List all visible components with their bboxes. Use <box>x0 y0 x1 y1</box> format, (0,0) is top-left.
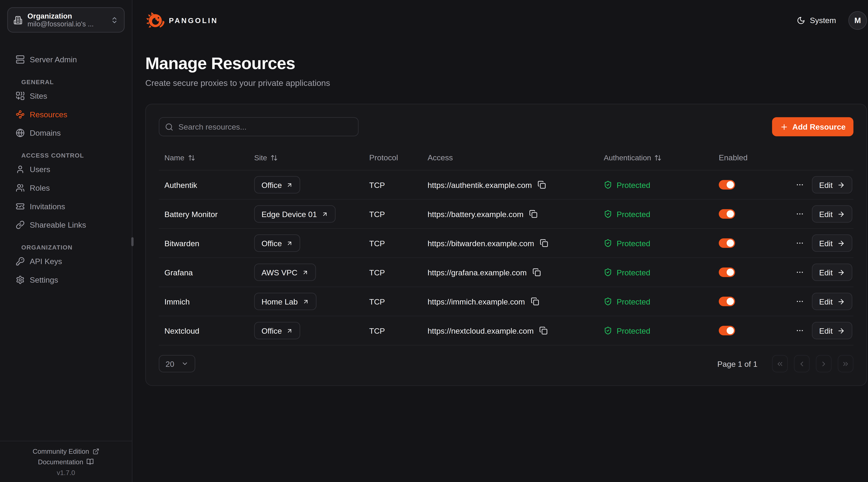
arrow-right-icon <box>837 327 845 334</box>
main-area: PANGOLIN System M Manage Resources Creat… <box>132 0 868 482</box>
protocol-value: TCP <box>364 210 422 219</box>
edit-button[interactable]: Edit <box>812 263 852 281</box>
column-site: Site <box>254 153 267 162</box>
table-row: Bitwarden Office TCP https://bitwarden.e… <box>159 229 854 258</box>
avatar-initial: M <box>854 15 861 25</box>
documentation-link[interactable]: Documentation <box>38 458 94 466</box>
page-size-value: 20 <box>165 359 174 368</box>
site-name: Home Lab <box>261 297 298 306</box>
ticket-check-icon <box>16 202 25 211</box>
resource-name: Authentik <box>159 180 249 189</box>
copy-icon <box>530 297 539 306</box>
resources-card: Add Resource Name Site Protocol Access A… <box>145 104 867 386</box>
site-link-button[interactable]: Office <box>254 234 300 252</box>
enabled-toggle[interactable] <box>719 180 735 190</box>
next-page-button[interactable] <box>816 355 832 372</box>
resource-name: Immich <box>159 297 249 306</box>
sidebar-item-settings[interactable]: Settings <box>7 270 125 289</box>
moon-icon <box>797 16 805 24</box>
row-menu-button[interactable] <box>796 181 804 189</box>
first-page-button[interactable] <box>772 355 788 372</box>
resources-waypoints-icon <box>16 110 25 119</box>
site-link-button[interactable]: Office <box>254 176 300 193</box>
row-menu-button[interactable] <box>796 210 804 218</box>
sidebar-item-sites[interactable]: Sites <box>7 87 125 105</box>
enabled-toggle[interactable] <box>719 209 735 219</box>
gear-icon <box>16 275 25 284</box>
theme-toggle-button[interactable]: System <box>797 15 836 25</box>
row-menu-button[interactable] <box>796 326 804 335</box>
sidebar-resize-handle[interactable] <box>131 237 133 246</box>
sidebar-item-api-keys[interactable]: API Keys <box>7 252 125 270</box>
sidebar-item-roles[interactable]: Roles <box>7 179 125 197</box>
enabled-toggle[interactable] <box>719 238 735 248</box>
edit-button[interactable]: Edit <box>812 322 852 339</box>
column-access: Access <box>428 153 453 162</box>
sidebar-item-invitations[interactable]: Invitations <box>7 197 125 215</box>
sidebar-item-users[interactable]: Users <box>7 160 125 179</box>
edit-button[interactable]: Edit <box>812 234 852 252</box>
sidebar-item-shareable-links[interactable]: Shareable Links <box>7 215 125 234</box>
sidebar-item-domains[interactable]: Domains <box>7 123 125 142</box>
org-switcher[interactable]: Organization milo@fossorial.io's ... <box>7 7 125 32</box>
copy-url-button[interactable] <box>539 326 548 335</box>
community-edition-label: Community Edition <box>33 447 89 455</box>
last-page-button[interactable] <box>838 355 854 372</box>
page-size-select[interactable]: 20 <box>159 355 195 372</box>
site-link-button[interactable]: Home Lab <box>254 293 316 310</box>
ellipsis-icon <box>796 326 804 335</box>
site-link-button[interactable]: AWS VPC <box>254 263 316 281</box>
shield-check-icon <box>604 297 612 306</box>
add-resource-label: Add Resource <box>792 122 846 131</box>
row-menu-button[interactable] <box>796 239 804 247</box>
search-input[interactable] <box>159 117 359 136</box>
column-protocol: Protocol <box>369 153 398 162</box>
arrow-up-right-icon <box>286 240 293 247</box>
enabled-toggle[interactable] <box>719 297 735 306</box>
users-icon <box>16 183 25 192</box>
edit-button[interactable]: Edit <box>812 176 852 193</box>
sort-arrows-icon <box>654 154 662 161</box>
enabled-toggle[interactable] <box>719 326 735 335</box>
auth-status-label: Protected <box>617 210 650 219</box>
auth-status-label: Protected <box>617 180 650 189</box>
sort-by-site-button[interactable]: Site <box>254 153 278 162</box>
copy-url-button[interactable] <box>529 210 537 218</box>
chevron-right-icon <box>820 360 828 367</box>
sidebar-item-label: Resources <box>30 110 67 119</box>
copy-icon <box>539 326 548 335</box>
site-link-button[interactable]: Edge Device 01 <box>254 205 335 223</box>
sidebar-item-server-admin[interactable]: Server Admin <box>7 50 125 68</box>
add-resource-button[interactable]: Add Resource <box>772 117 854 136</box>
resource-name: Grafana <box>159 268 249 277</box>
arrow-up-right-icon <box>302 298 309 305</box>
brand-logo-link[interactable]: PANGOLIN <box>145 10 218 30</box>
enabled-toggle[interactable] <box>719 267 735 277</box>
org-value: milo@fossorial.io's ... <box>27 20 105 28</box>
shield-check-icon <box>604 181 612 189</box>
sort-by-name-button[interactable]: Name <box>164 153 195 162</box>
community-edition-link[interactable]: Community Edition <box>33 447 99 455</box>
copy-url-button[interactable] <box>540 239 548 247</box>
user-avatar[interactable]: M <box>848 11 867 30</box>
sidebar-item-resources[interactable]: Resources <box>7 105 125 123</box>
previous-page-button[interactable] <box>794 355 810 372</box>
sidebar-item-label: Shareable Links <box>30 220 86 229</box>
copy-url-button[interactable] <box>530 297 539 306</box>
copy-url-button[interactable] <box>537 181 546 189</box>
auth-status-badge: Protected <box>604 210 650 219</box>
copy-icon <box>532 268 540 277</box>
sidebar-footer: Community Edition Documentation v1.7.0 <box>0 441 132 482</box>
site-link-button[interactable]: Office <box>254 322 300 339</box>
row-menu-button[interactable] <box>796 297 804 306</box>
row-menu-button[interactable] <box>796 268 804 277</box>
edit-button[interactable]: Edit <box>812 205 852 223</box>
auth-status-label: Protected <box>617 238 650 248</box>
sidebar-item-label: Settings <box>30 275 58 284</box>
edit-button[interactable]: Edit <box>812 293 852 310</box>
sidebar-item-label: Server Admin <box>30 55 77 64</box>
sort-by-authentication-button[interactable]: Authentication <box>604 153 662 162</box>
copy-url-button[interactable] <box>532 268 540 277</box>
building-icon <box>13 15 23 25</box>
user-icon <box>16 165 25 174</box>
